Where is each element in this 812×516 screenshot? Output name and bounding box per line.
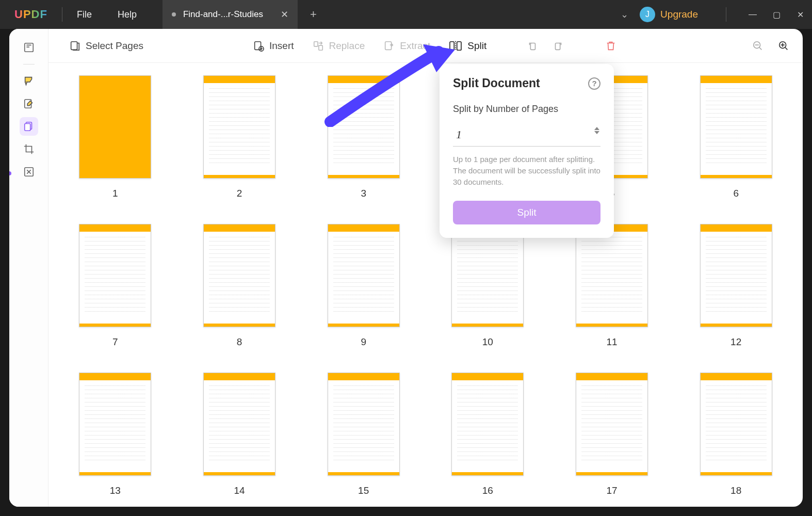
organize-toolbar: Select Pages Insert Replace Extract Spli… [48, 29, 803, 63]
page-number: 12 [730, 336, 741, 348]
tab-status-dot [172, 12, 176, 17]
page-grid: 123456789101112131415161718 [67, 75, 784, 496]
svg-rect-10 [385, 41, 392, 50]
page-thumbnail[interactable]: 12 [688, 224, 784, 348]
page-number: 13 [110, 485, 121, 496]
split-label: Split [467, 40, 486, 52]
left-sidebar [9, 29, 48, 507]
page-thumbnail[interactable]: 6 [688, 75, 784, 199]
page-number: 6 [733, 188, 739, 199]
svg-rect-11 [450, 41, 454, 50]
split-hint-text: Up to 1 page per document after splittin… [453, 154, 600, 187]
page-number: 10 [482, 336, 493, 348]
stepper-up-icon[interactable] [594, 127, 599, 130]
page-preview [451, 373, 524, 476]
select-pages-button[interactable]: Select Pages [64, 37, 149, 55]
page-thumbnail[interactable]: 18 [688, 373, 784, 496]
page-number: 15 [358, 485, 369, 496]
page-number: 9 [361, 336, 366, 348]
page-thumbnail[interactable]: 2 [191, 75, 288, 199]
svg-rect-12 [457, 41, 461, 50]
svg-rect-13 [531, 43, 535, 50]
page-preview [451, 224, 524, 327]
user-avatar[interactable]: J [640, 7, 655, 22]
page-number: 3 [361, 188, 366, 199]
page-thumbnail[interactable]: 8 [191, 224, 288, 348]
rotate-right-icon[interactable] [549, 37, 567, 55]
sidebar-active-indicator [9, 171, 11, 175]
page-number: 17 [606, 485, 617, 496]
page-thumbnail[interactable]: 9 [315, 224, 412, 348]
document-tab[interactable]: Find-and-...r-Studies ✕ [163, 0, 298, 29]
page-thumbnail[interactable]: 14 [191, 373, 288, 496]
zoom-in-icon[interactable] [775, 37, 792, 55]
page-thumbnail[interactable]: 10 [440, 224, 536, 348]
edit-mode-icon[interactable] [20, 94, 38, 113]
menu-file[interactable]: File [77, 9, 92, 20]
tab-title: Find-and-...r-Studies [183, 9, 263, 20]
page-thumbnail[interactable]: 7 [67, 224, 164, 348]
insert-button[interactable]: Insert [248, 37, 299, 55]
replace-label: Replace [329, 40, 365, 52]
crop-mode-icon[interactable] [20, 140, 38, 158]
tabs-dropdown-icon[interactable]: ⌄ [621, 9, 628, 20]
page-thumbnail[interactable]: 16 [440, 373, 536, 496]
pages-per-document-input[interactable] [453, 123, 600, 147]
page-preview [700, 75, 772, 179]
popover-title: Split Document [453, 76, 540, 90]
new-tab-button[interactable]: + [310, 8, 317, 21]
organize-pages-icon[interactable] [20, 117, 38, 136]
page-thumbnail[interactable]: 11 [564, 224, 660, 348]
svg-rect-0 [24, 43, 33, 52]
extract-label: Extract [400, 40, 430, 52]
page-thumbnail[interactable]: 1 [67, 75, 164, 199]
replace-button[interactable]: Replace [307, 37, 370, 55]
split-button[interactable]: Split [444, 37, 492, 55]
page-preview [576, 373, 648, 476]
stepper-down-icon[interactable] [594, 131, 599, 134]
page-preview [79, 373, 151, 476]
split-document-popover: Split Document ? Split by Number of Page… [440, 64, 614, 238]
help-icon[interactable]: ? [588, 77, 600, 90]
page-preview [79, 75, 151, 179]
close-button[interactable]: ✕ [788, 0, 812, 29]
input-stepper [594, 127, 599, 134]
page-preview [576, 224, 648, 327]
comment-mode-icon[interactable] [20, 72, 38, 90]
menu-help[interactable]: Help [118, 9, 137, 20]
window-controls: — ▢ ✕ [741, 0, 812, 29]
extract-button[interactable]: Extract [378, 37, 435, 55]
minimize-button[interactable]: — [741, 0, 765, 29]
page-number: 1 [112, 188, 118, 199]
page-thumbnail[interactable]: 3 [315, 75, 412, 199]
upgrade-link[interactable]: Upgrade [660, 9, 698, 20]
page-thumbnail[interactable]: 17 [564, 373, 660, 496]
svg-rect-8 [314, 41, 317, 46]
svg-rect-14 [556, 43, 560, 50]
split-confirm-button[interactable]: Split [453, 201, 600, 224]
divider [62, 7, 62, 22]
page-preview [203, 224, 275, 327]
page-number: 18 [730, 485, 741, 496]
page-preview [328, 224, 400, 327]
page-thumbnail[interactable]: 15 [315, 373, 412, 496]
tools-mode-icon[interactable] [20, 163, 38, 181]
page-number: 11 [606, 336, 617, 348]
delete-icon[interactable] [602, 37, 620, 55]
app-logo: UPDF [14, 8, 47, 21]
reader-mode-icon[interactable] [20, 38, 38, 57]
maximize-button[interactable]: ▢ [765, 0, 788, 29]
page-preview [203, 373, 275, 476]
titlebar: UPDF File Help Find-and-...r-Studies ✕ +… [0, 0, 812, 29]
page-thumbnail[interactable]: 13 [67, 373, 164, 496]
insert-label: Insert [269, 40, 294, 52]
page-preview [328, 75, 400, 179]
zoom-out-icon[interactable] [749, 37, 767, 55]
page-grid-scroll[interactable]: 123456789101112131415161718 [48, 63, 803, 507]
divider [726, 7, 726, 22]
page-preview [328, 373, 400, 476]
tab-close-button[interactable]: ✕ [281, 9, 288, 20]
rotate-left-icon[interactable] [524, 37, 541, 55]
page-number: 16 [482, 485, 493, 496]
page-number: 14 [234, 485, 245, 496]
